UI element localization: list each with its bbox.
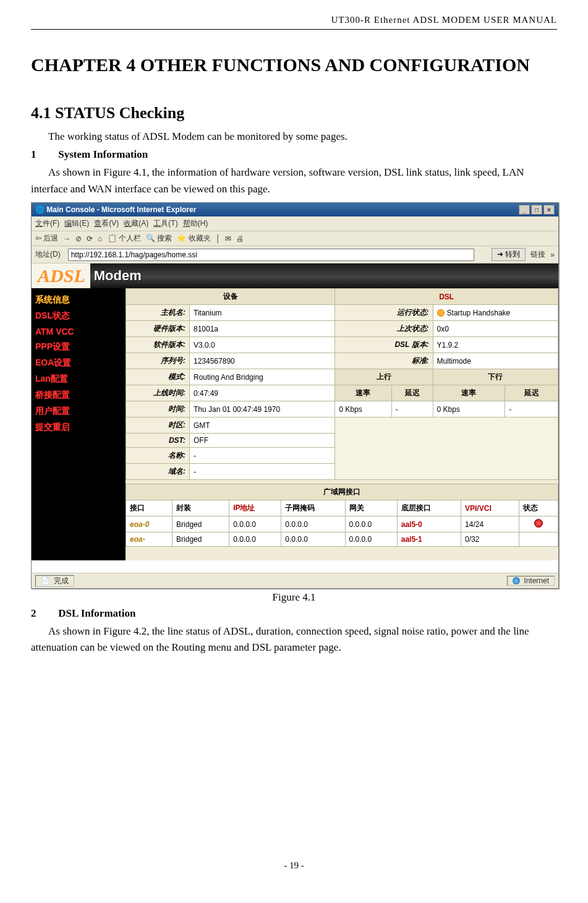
lbl-serial: 序列号: (126, 353, 190, 369)
val-name: - (190, 448, 335, 464)
lbl-uptime: 上线时间: (126, 385, 190, 401)
go-button[interactable]: ➜ 转到 (492, 248, 526, 261)
th-device: 设备 (126, 289, 335, 305)
favorites-button[interactable]: ⭐ 收藏夹 (177, 233, 210, 244)
figure-4-1: 🌐 Main Console - Microsoft Internet Expl… (31, 202, 557, 589)
back-button[interactable]: ⇦ 后退 (35, 233, 58, 244)
lbl-laststatus: 上次状态: (335, 321, 433, 337)
lbl-name: 名称: (126, 448, 190, 464)
globe-icon (513, 577, 520, 584)
search-button[interactable]: 🔍 搜索 (146, 233, 172, 244)
wan1-enc: Bridged (173, 533, 229, 547)
address-label: 地址(D) (35, 249, 61, 260)
wan-col-if: 接口 (126, 500, 173, 516)
lbl-hwver: 硬件版本: (126, 321, 190, 337)
sidebar-item-bridge[interactable]: 桥接配置 (35, 388, 122, 402)
wan-row-0: eoa-0 Bridged 0.0.0.0 0.0.0.0 0.0.0.0 aa… (126, 516, 558, 533)
wan1-vpi: 0/32 (461, 533, 519, 547)
val-mode: Routing And Bridging (190, 369, 335, 385)
status-dot-icon (437, 309, 445, 317)
wan0-ip: 0.0.0.0 (229, 516, 281, 533)
wan0-enc: Bridged (173, 516, 229, 533)
val-laststatus: 0x0 (433, 321, 558, 337)
home-button[interactable]: ⌂ (98, 234, 102, 243)
personal-label: 个人栏 (119, 234, 141, 242)
menu-fav[interactable]: 收藏(A) (124, 218, 148, 229)
th-dsl: DSL (335, 289, 558, 305)
th-rate-dn: 速率 (433, 385, 505, 401)
address-input[interactable] (68, 249, 474, 261)
print-button[interactable]: 🖨 (236, 234, 244, 243)
th-down: 下行 (433, 369, 558, 385)
status-left: 📄 完成 (35, 575, 74, 587)
item1-body: As shown in Figure 4.1, the information … (31, 165, 557, 197)
sidebar: 系统信息 DSL状态 ATM VCC PPP设置 EOA设置 Lan配置 桥接配… (32, 288, 126, 560)
minimize-button[interactable]: _ (519, 205, 530, 215)
stop-button[interactable]: ⊘ (75, 234, 82, 243)
close-button[interactable]: × (543, 205, 555, 215)
lbl-hostname: 主机名: (126, 305, 190, 321)
ie-titlebar: 🌐 Main Console - Microsoft Internet Expl… (32, 203, 558, 216)
list-title-2: DSL Information (58, 607, 135, 619)
menu-file[interactable]: 文件(F) (35, 218, 59, 229)
window-title-text: Main Console - Microsoft Internet Explor… (46, 205, 196, 214)
lbl-dslver: DSL 版本: (335, 337, 433, 353)
list-item-2: 2 DSL Information (31, 607, 557, 620)
links-label[interactable]: 链接 (530, 249, 545, 260)
val-hostname: Titanium (190, 305, 335, 321)
sidebar-item-dsl-status[interactable]: DSL状态 (35, 309, 122, 323)
status-red-icon (534, 519, 543, 528)
banner-adsl: ADSL (32, 263, 90, 288)
sidebar-item-commit-reboot[interactable]: 提交重启 (35, 421, 122, 434)
sidebar-item-user[interactable]: 用户配置 (35, 404, 122, 418)
wan-row-1: eoa- Bridged 0.0.0.0 0.0.0.0 0.0.0.0 aal… (126, 533, 558, 547)
lbl-dst: DST: (126, 434, 190, 448)
val-uptime: 0:47:49 (190, 385, 335, 401)
wan-col-mask: 子网掩码 (281, 500, 345, 516)
sidebar-item-atm-vcc[interactable]: ATM VCC (35, 325, 122, 338)
sidebar-item-ppp[interactable]: PPP设置 (35, 340, 122, 354)
wan-col-gw: 网关 (345, 500, 397, 516)
sidebar-item-eoa[interactable]: EOA设置 (35, 356, 122, 370)
ie-window: 🌐 Main Console - Microsoft Internet Expl… (31, 202, 559, 589)
wan0-mask: 0.0.0.0 (281, 516, 345, 533)
wan1-ip: 0.0.0.0 (229, 533, 281, 547)
maximize-button[interactable]: □ (531, 205, 542, 215)
ie-status-bar: 📄 完成 Internet (32, 573, 558, 588)
wan1-base: aal5-1 (397, 533, 461, 547)
toolbar-sep: │ (216, 234, 221, 243)
val-dst: OFF (190, 434, 335, 448)
menu-view[interactable]: 查看(V) (94, 218, 119, 229)
links-chevron-icon[interactable]: » (550, 250, 555, 259)
status-left-text: 完成 (54, 576, 69, 586)
wan0-vpi: 14/24 (461, 516, 519, 533)
go-label: 转到 (505, 250, 520, 259)
wan-table: 广域网接口 接口 封装 IP地址 子网掩码 网关 底层接口 VPI/VCI 状态 (126, 484, 558, 547)
ie-address-bar: 地址(D) ➜ 转到 链接 » (32, 246, 558, 263)
menu-help[interactable]: 帮助(H) (183, 218, 208, 229)
list-item-1: 1 System Information (31, 148, 557, 161)
val-runstatus-text: Startup Handshake (447, 309, 511, 317)
menu-edit[interactable]: 编辑(E) (64, 218, 89, 229)
done-icon: 📄 (41, 576, 50, 585)
menu-tools[interactable]: 工具(T) (153, 218, 177, 229)
search-label: 搜索 (157, 234, 172, 242)
val-standard: Multimode (433, 353, 558, 369)
refresh-button[interactable]: ⟳ (87, 234, 93, 243)
wan1-if: eoa- (126, 533, 173, 547)
lbl-runstatus: 运行状态: (335, 305, 433, 321)
wan1-gw: 0.0.0.0 (345, 533, 397, 547)
chapter-title: CHAPTER 4 OTHER FUNCTIONS AND CONFIGURAT… (31, 48, 557, 82)
sidebar-item-lan[interactable]: Lan配置 (35, 372, 122, 386)
sidebar-item-system-info[interactable]: 系统信息 (35, 293, 122, 307)
val-rate-dn: 0 Kbps (433, 401, 505, 417)
personal-bar-button[interactable]: 📋 个人栏 (108, 233, 141, 244)
lbl-standard: 标准: (335, 353, 433, 369)
forward-button[interactable]: → (63, 234, 70, 243)
page-number: - 19 - (31, 860, 557, 871)
mail-button[interactable]: ✉ (225, 234, 231, 243)
val-rate-up: 0 Kbps (335, 401, 391, 417)
content-panel: 设备 DSL 主机名: Titanium 运行状态: Startup Hands… (126, 288, 558, 560)
wan-col-status: 状态 (519, 500, 558, 516)
val-dslver: Y1.9.2 (433, 337, 558, 353)
